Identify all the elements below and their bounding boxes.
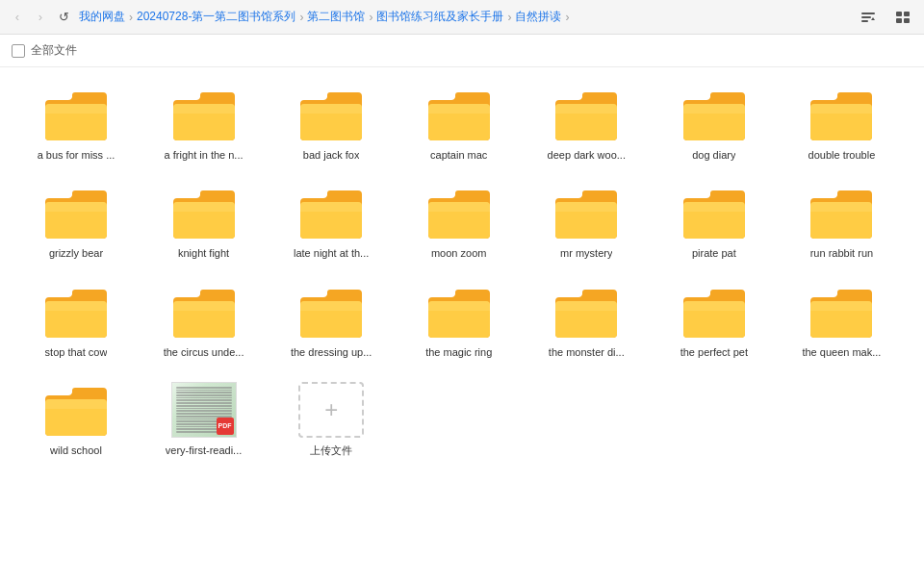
folder-icon bbox=[426, 87, 492, 142]
file-item[interactable]: the perfect pet bbox=[654, 276, 775, 367]
svg-rect-6 bbox=[904, 18, 910, 23]
file-name: dog diary bbox=[692, 148, 735, 162]
upload-label: 上传文件 bbox=[310, 444, 352, 457]
svg-rect-0 bbox=[861, 13, 875, 14]
file-name: the monster di... bbox=[549, 345, 625, 359]
file-item[interactable]: deep dark woo... bbox=[526, 79, 647, 169]
file-item[interactable]: mr mystery bbox=[526, 177, 647, 267]
back-button[interactable]: ‹ bbox=[8, 8, 27, 27]
folder-icon bbox=[43, 185, 109, 241]
svg-rect-3 bbox=[896, 12, 902, 16]
file-name: wild school bbox=[50, 444, 102, 457]
main-content: a bus for miss ... a fright in the n... bbox=[0, 67, 924, 583]
file-name: a bus for miss ... bbox=[38, 148, 116, 162]
file-item[interactable]: PDF very-first-readi... bbox=[143, 374, 265, 465]
file-name: stop that cow bbox=[45, 345, 108, 359]
file-name: deep dark woo... bbox=[548, 148, 626, 162]
file-item[interactable]: knight fight bbox=[143, 177, 265, 267]
file-name: the magic ring bbox=[425, 345, 492, 359]
file-name: the circus unde... bbox=[164, 345, 244, 359]
folder-icon bbox=[808, 87, 874, 142]
file-item[interactable]: a bus for miss ... bbox=[15, 79, 137, 169]
file-name: a fright in the n... bbox=[165, 148, 244, 162]
file-name: grizzly bear bbox=[49, 246, 103, 260]
file-name: late night at th... bbox=[294, 246, 369, 260]
folder-icon bbox=[681, 87, 747, 142]
file-name: run rabbit run bbox=[810, 246, 873, 260]
upload-box[interactable]: + bbox=[298, 382, 364, 438]
file-name: moon zoom bbox=[431, 246, 486, 260]
folder-icon bbox=[808, 284, 874, 340]
breadcrumb-item-phonics[interactable]: 自然拼读 bbox=[515, 9, 561, 25]
breadcrumb-item-series[interactable]: 20240728-第一第二图书馆系列 bbox=[137, 9, 295, 25]
breadcrumb-sep-2: › bbox=[299, 11, 303, 24]
file-item[interactable]: double trouble bbox=[781, 79, 902, 169]
file-item[interactable]: wild school bbox=[15, 374, 137, 465]
svg-rect-5 bbox=[896, 18, 902, 23]
file-item[interactable]: + 上传文件 bbox=[270, 374, 392, 465]
toolbar: ‹ › ↺ 我的网盘 › 20240728-第一第二图书馆系列 › 第二图书馆 … bbox=[0, 0, 924, 35]
file-name: the perfect pet bbox=[680, 345, 748, 359]
folder-icon bbox=[43, 284, 109, 340]
file-name: double trouble bbox=[808, 148, 876, 162]
svg-rect-4 bbox=[904, 12, 910, 16]
folder-icon bbox=[43, 382, 109, 438]
folder-icon bbox=[298, 284, 364, 340]
file-item[interactable]: run rabbit run bbox=[781, 177, 902, 267]
file-item[interactable]: a fright in the n... bbox=[143, 79, 265, 169]
breadcrumb-item-lib2[interactable]: 第二图书馆 bbox=[307, 9, 365, 25]
file-item[interactable]: dog diary bbox=[654, 79, 775, 169]
file-name: the dressing up... bbox=[291, 345, 372, 359]
folder-icon bbox=[681, 185, 747, 241]
folder-icon bbox=[426, 284, 492, 340]
breadcrumb-item-handbook[interactable]: 图书馆练习纸及家长手册 bbox=[376, 9, 503, 25]
file-item[interactable]: moon zoom bbox=[398, 177, 520, 267]
folder-icon bbox=[553, 284, 619, 340]
breadcrumb-item-mydisk[interactable]: 我的网盘 bbox=[79, 9, 125, 25]
file-item[interactable]: the magic ring bbox=[398, 276, 520, 367]
sort-button[interactable] bbox=[855, 4, 882, 31]
breadcrumb-sep-5: › bbox=[565, 11, 569, 24]
breadcrumb-sep-1: › bbox=[129, 11, 133, 24]
svg-rect-2 bbox=[861, 20, 868, 22]
file-item[interactable]: the queen mak... bbox=[781, 276, 902, 367]
file-name: mr mystery bbox=[560, 246, 612, 260]
folder-icon bbox=[171, 284, 237, 340]
file-name: very-first-readi... bbox=[166, 444, 242, 457]
toolbar-actions bbox=[855, 4, 916, 31]
folder-icon bbox=[171, 87, 237, 142]
nav-buttons: ‹ › ↺ bbox=[8, 8, 73, 27]
svg-rect-1 bbox=[861, 16, 871, 18]
file-name: knight fight bbox=[178, 246, 229, 260]
folder-icon bbox=[426, 185, 492, 241]
folder-icon bbox=[43, 87, 109, 142]
file-item[interactable]: the circus unde... bbox=[143, 276, 265, 367]
file-item[interactable]: the dressing up... bbox=[270, 276, 392, 367]
breadcrumb: 我的网盘 › 20240728-第一第二图书馆系列 › 第二图书馆 › 图书馆练… bbox=[79, 9, 849, 25]
file-item[interactable]: pirate pat bbox=[654, 177, 775, 267]
file-name: captain mac bbox=[430, 148, 487, 162]
refresh-button[interactable]: ↺ bbox=[54, 8, 73, 27]
file-item[interactable]: the monster di... bbox=[526, 276, 647, 367]
breadcrumb-sep-4: › bbox=[507, 11, 511, 24]
select-all-checkbox[interactable] bbox=[12, 44, 25, 58]
file-name: the queen mak... bbox=[802, 345, 881, 359]
folder-icon bbox=[553, 185, 619, 241]
select-all-label: 全部文件 bbox=[31, 42, 77, 59]
folder-icon bbox=[808, 185, 874, 241]
file-item[interactable]: grizzly bear bbox=[15, 177, 137, 267]
folder-icon bbox=[681, 284, 747, 340]
forward-button[interactable]: › bbox=[31, 8, 50, 27]
secondary-bar: 全部文件 bbox=[0, 35, 924, 67]
folder-icon bbox=[553, 87, 619, 142]
folder-icon bbox=[298, 87, 364, 142]
file-item[interactable]: late night at th... bbox=[270, 177, 392, 267]
file-item[interactable]: stop that cow bbox=[15, 276, 137, 367]
file-item[interactable]: captain mac bbox=[398, 79, 520, 169]
select-all-area[interactable]: 全部文件 bbox=[12, 42, 77, 59]
pdf-badge: PDF bbox=[217, 418, 234, 435]
folder-icon bbox=[298, 185, 364, 241]
file-item[interactable]: bad jack fox bbox=[270, 79, 392, 169]
view-button[interactable] bbox=[889, 4, 916, 31]
file-name: pirate pat bbox=[692, 246, 736, 260]
